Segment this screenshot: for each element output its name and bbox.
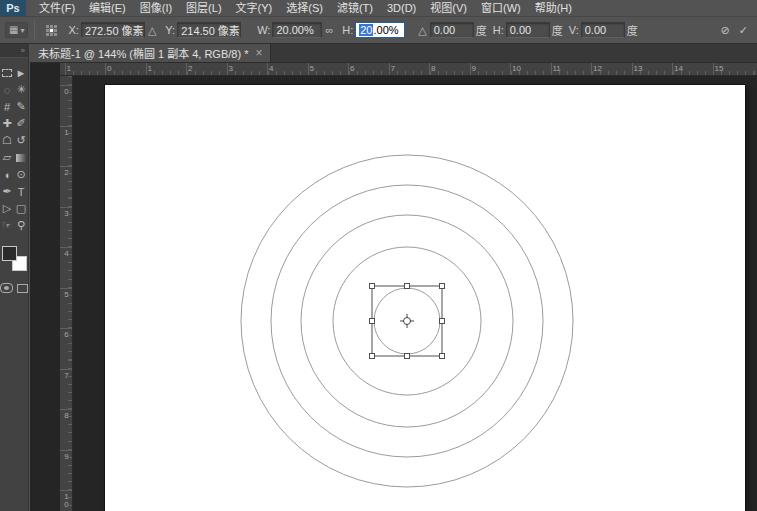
tool-pen-tool[interactable]: ✒ bbox=[0, 184, 14, 199]
menu-window[interactable]: 窗口(W) bbox=[474, 0, 528, 16]
rotate-angle-icon: △ bbox=[418, 24, 426, 37]
menu-file[interactable]: 文件(F) bbox=[32, 0, 82, 16]
reference-point-locator[interactable] bbox=[46, 25, 57, 36]
toolbar-bottom bbox=[0, 283, 28, 293]
menu-edit[interactable]: 编辑(E) bbox=[82, 0, 133, 16]
tool-gradient-tool[interactable] bbox=[14, 150, 28, 165]
ruler-v-number: 1 bbox=[62, 128, 71, 136]
move-tool-icon: ► bbox=[16, 67, 27, 79]
transform-center-target[interactable] bbox=[404, 318, 411, 325]
ruler-v-tick bbox=[60, 126, 73, 127]
tool-lasso-tool[interactable]: ◌ bbox=[0, 82, 14, 97]
y-position-input[interactable]: 214.50 像素 bbox=[177, 22, 241, 38]
document-tab-title: 未标题-1 @ 144% (椭圆 1 副本 4, RGB/8) * bbox=[38, 45, 248, 61]
tool-preset-picker[interactable]: ▦▾ bbox=[5, 22, 28, 38]
close-tab-icon[interactable]: × bbox=[255, 47, 262, 59]
selected-ellipse bbox=[374, 288, 440, 354]
menu-3d[interactable]: 3D(D) bbox=[380, 0, 423, 16]
tool-blur-tool[interactable]: ◖ bbox=[0, 167, 14, 182]
tool-hand-tool[interactable]: ☞ bbox=[0, 218, 14, 233]
tool-path-selection-tool[interactable]: ▷ bbox=[0, 201, 14, 216]
tool-clone-stamp-tool[interactable]: ☖ bbox=[0, 133, 14, 148]
tool-magic-wand-tool[interactable]: ✳ bbox=[14, 82, 28, 97]
tool-zoom-tool[interactable]: ⚲ bbox=[14, 218, 28, 233]
width-scale-value: 20.00% bbox=[276, 24, 313, 36]
blur-tool-icon: ◖ bbox=[4, 169, 11, 181]
workspace: » ►◌✳#✎✚✐☖↺▱◖⊙✒T▷▢☞⚲ 未标题-1 @ 144% (椭圆 1 … bbox=[0, 44, 757, 511]
ruler-horizontal[interactable]: 10123456789101112131415 bbox=[60, 63, 757, 76]
ellipse-ring-4 bbox=[333, 247, 481, 395]
h-skew-input[interactable]: 0.00 bbox=[506, 22, 550, 38]
type-tool-icon: T bbox=[18, 186, 25, 198]
y-position-value: 214.50 像素 bbox=[181, 22, 240, 38]
transform-handle-ne[interactable] bbox=[440, 284, 445, 289]
transform-handle-w[interactable] bbox=[370, 319, 375, 324]
document-area: 未标题-1 @ 144% (椭圆 1 副本 4, RGB/8) * × 1012… bbox=[30, 44, 757, 511]
tool-brush-tool[interactable]: ✐ bbox=[14, 116, 28, 131]
canvas-page[interactable] bbox=[105, 85, 745, 511]
height-scale-input[interactable]: 20.00% bbox=[355, 22, 405, 38]
menu-type[interactable]: 文字(Y) bbox=[229, 0, 280, 16]
menu-view[interactable]: 视图(V) bbox=[423, 0, 474, 16]
menu-select[interactable]: 选择(S) bbox=[279, 0, 330, 16]
ruler-v-number: 7 bbox=[62, 371, 71, 379]
height-scale-rest-text: .00% bbox=[373, 24, 398, 36]
x-position-input[interactable]: 272.50 像素 bbox=[81, 22, 145, 38]
ruler-h-number: 3 bbox=[229, 64, 233, 73]
menu-help[interactable]: 帮助(H) bbox=[528, 0, 579, 16]
tool-eyedropper-tool[interactable]: ✎ bbox=[14, 99, 28, 114]
ruler-h-tick bbox=[632, 63, 633, 76]
width-scale-label: W: bbox=[257, 24, 270, 36]
transform-handle-s[interactable] bbox=[405, 354, 410, 359]
height-scale-label: H: bbox=[342, 24, 353, 36]
toolbar-collapse-handle[interactable]: » bbox=[0, 44, 28, 58]
tool-eraser-tool[interactable]: ▱ bbox=[0, 150, 14, 165]
ruler-h-number: 11 bbox=[553, 64, 561, 73]
ruler-vertical[interactable]: 012345678910 bbox=[60, 76, 73, 511]
screen-mode-icon[interactable] bbox=[17, 284, 28, 293]
dodge-tool-icon: ⊙ bbox=[16, 168, 25, 181]
menu-filter[interactable]: 滤镜(T) bbox=[330, 0, 380, 16]
ruler-v-tick bbox=[60, 85, 73, 86]
transform-handle-nw[interactable] bbox=[370, 284, 375, 289]
transform-handle-se[interactable] bbox=[440, 354, 445, 359]
transform-handle-sw[interactable] bbox=[370, 354, 375, 359]
v-skew-value: 0.00 bbox=[585, 24, 606, 36]
document-tab[interactable]: 未标题-1 @ 144% (椭圆 1 副本 4, RGB/8) * × bbox=[30, 44, 271, 62]
foreground-color-swatch[interactable] bbox=[2, 246, 17, 261]
height-scale-selected-text: 20 bbox=[359, 24, 373, 36]
tool-healing-brush-tool[interactable]: ✚ bbox=[0, 116, 14, 131]
menu-image[interactable]: 图像(I) bbox=[133, 0, 179, 16]
tool-dodge-tool[interactable]: ⊙ bbox=[14, 167, 28, 182]
ruler-h-number: 5 bbox=[310, 64, 314, 73]
tool-shape-tool[interactable]: ▢ bbox=[14, 201, 28, 216]
ruler-v-tick bbox=[60, 288, 73, 289]
transform-handle-n[interactable] bbox=[405, 284, 410, 289]
crop-tool-icon: # bbox=[4, 101, 10, 113]
v-skew-input[interactable]: 0.00 bbox=[581, 22, 625, 38]
ruler-h-number: 13 bbox=[634, 64, 643, 73]
quick-mask-mode-icon[interactable] bbox=[0, 283, 13, 293]
tab-bar: 未标题-1 @ 144% (椭圆 1 副本 4, RGB/8) * × bbox=[30, 44, 757, 63]
ruler-v-number: 10 bbox=[62, 492, 71, 508]
transform-handle-e[interactable] bbox=[440, 319, 445, 324]
ruler-h-number: 12 bbox=[593, 64, 602, 73]
relative-position-icon[interactable]: △ bbox=[148, 24, 156, 37]
menu-layer[interactable]: 图层(L) bbox=[179, 0, 228, 16]
tool-rectangular-marquee-tool[interactable] bbox=[0, 65, 14, 80]
tool-history-brush-tool[interactable]: ↺ bbox=[14, 133, 28, 148]
tool-crop-tool[interactable]: # bbox=[0, 99, 14, 114]
transform-bounding-box[interactable] bbox=[372, 286, 442, 356]
x-position-value: 272.50 像素 bbox=[85, 22, 144, 38]
link-dimensions-icon[interactable]: ∞ bbox=[325, 24, 333, 36]
tool-type-tool[interactable]: T bbox=[14, 184, 28, 199]
rotate-angle-input[interactable]: 0.00 bbox=[430, 22, 474, 38]
ruler-v-number: 5 bbox=[62, 290, 71, 298]
clone-stamp-tool-icon: ☖ bbox=[2, 134, 12, 147]
ruler-v-tick bbox=[60, 369, 73, 370]
cancel-transform-icon[interactable]: ⊘ bbox=[721, 24, 730, 37]
tool-move-tool[interactable]: ► bbox=[14, 65, 28, 80]
width-scale-input[interactable]: 20.00% bbox=[272, 22, 322, 38]
commit-transform-icon[interactable]: ✓ bbox=[739, 24, 748, 37]
ruler-v-tick bbox=[60, 490, 73, 491]
